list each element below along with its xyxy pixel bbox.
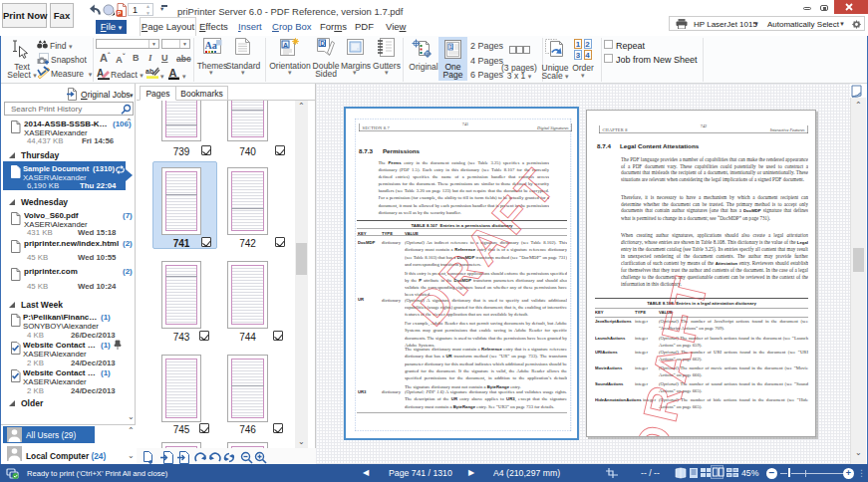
- svg-text:A: A: [283, 42, 288, 49]
- svg-text:P: P: [118, 10, 122, 16]
- svg-text:1: 1: [449, 44, 452, 50]
- svg-text:Aa: Aa: [205, 40, 217, 51]
- svg-text:D: D: [320, 40, 325, 47]
- svg-text:ab: ab: [145, 68, 153, 75]
- svg-text:A: A: [169, 67, 177, 79]
